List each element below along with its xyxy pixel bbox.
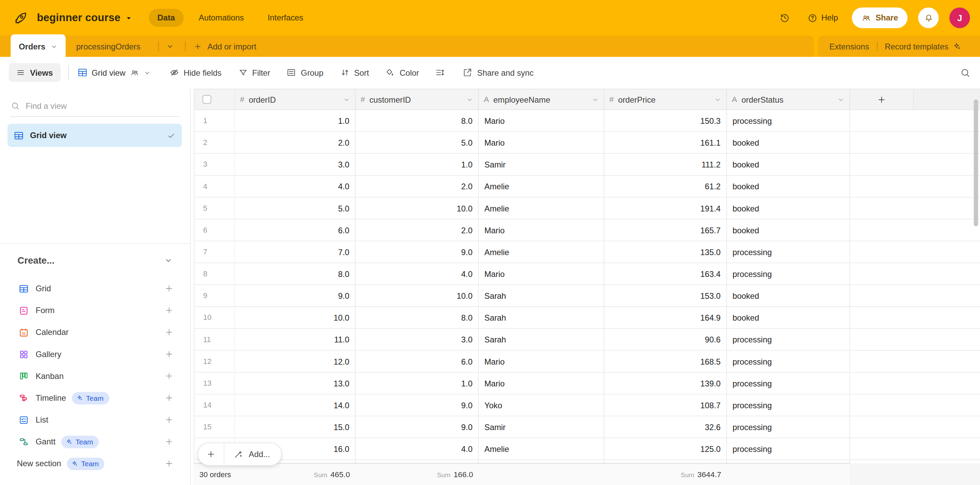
create-item-gallery[interactable]: Gallery [0,343,190,365]
cell-orderid[interactable]: 11.0 [235,329,356,350]
cell-orderid[interactable]: 3.0 [235,154,356,175]
cell-orderprice[interactable]: 164.9 [604,307,727,328]
cell-employeename[interactable]: Sarah [479,285,604,306]
cell-orderid[interactable]: 12.0 [235,351,356,372]
cell-employeename[interactable]: Samir [479,417,604,437]
row-number[interactable]: 11 [194,329,235,350]
plus-icon[interactable] [164,371,173,381]
cell-customerid[interactable]: 9.0 [356,242,479,262]
row-number[interactable]: 14 [194,394,235,416]
summary-customerid-cell[interactable]: Sum 166.0 [356,470,479,479]
cell-employeename[interactable]: Mario [479,219,604,240]
cell-orderid[interactable]: 8.0 [235,263,356,285]
orderid-sum[interactable]: 465.0 [331,470,350,479]
cell-orderprice[interactable]: 32.6 [604,417,727,437]
cell-customerid[interactable]: 10.0 [356,285,479,306]
add-or-import-button[interactable]: Add or import [194,35,256,57]
cell-employeename[interactable]: Amelie [479,197,604,219]
cell-employeename[interactable]: Yoko [479,394,604,416]
cell-employeename[interactable]: Samir [479,154,604,175]
cell-customerid[interactable]: 2.0 [356,176,479,197]
chevron-down-icon[interactable] [714,96,721,103]
filter-button[interactable]: Filter [238,68,270,78]
chevron-down-icon[interactable] [592,96,599,103]
cell-orderid[interactable]: 7.0 [235,242,356,262]
cell-orderid[interactable]: 13.0 [235,372,356,394]
cell-employeename[interactable]: Mario [479,263,604,285]
plus-icon[interactable] [164,459,173,468]
chevron-down-icon[interactable] [125,14,132,21]
cell-orderstatus[interactable]: booked [727,176,850,197]
cell-customerid[interactable]: 8.0 [356,110,479,131]
cell-customerid[interactable]: 9.0 [356,417,479,437]
tab-interfaces[interactable]: Interfaces [259,9,312,27]
cell-orderprice[interactable]: 161.1 [604,132,727,153]
cell-orderstatus[interactable]: processing [727,351,850,372]
cell-orderprice[interactable]: 163.4 [604,263,727,285]
cell-orderid[interactable]: 6.0 [235,219,356,240]
table-tab-orders[interactable]: Orders [11,35,65,58]
cell-employeename[interactable]: Amelie [479,176,604,197]
cell-orderstatus[interactable]: processing [727,329,850,350]
create-item-gantt[interactable]: GanttTeam [0,431,190,453]
cell-orderprice[interactable]: 150.3 [604,110,727,131]
cell-orderstatus[interactable]: booked [727,307,850,328]
row-number[interactable]: 12 [194,351,235,372]
cell-orderstatus[interactable]: processing [727,110,850,131]
cell-orderstatus[interactable]: processing [727,417,850,437]
row-number[interactable]: 7 [194,242,235,262]
add-record-button[interactable] [198,444,224,465]
cell-orderprice[interactable]: 90.6 [604,329,727,350]
column-header-orderstatus[interactable]: AorderStatus [727,89,850,110]
cell-employeename[interactable]: Mario [479,132,604,153]
history-icon[interactable] [780,13,790,23]
cell-orderprice[interactable]: 111.2 [604,154,727,175]
tab-automations[interactable]: Automations [190,9,253,27]
ai-add-button[interactable]: Add... [224,444,281,465]
cell-customerid[interactable]: 8.0 [356,307,479,328]
cell-orderstatus[interactable]: booked [727,197,850,219]
tab-data[interactable]: Data [149,9,184,27]
plus-icon[interactable] [164,350,173,359]
plus-icon[interactable] [164,328,173,337]
table-tab-processing-orders[interactable]: processingOrders [70,35,146,57]
notifications-button[interactable] [918,8,939,28]
cell-customerid[interactable]: 6.0 [356,351,479,372]
add-field-button[interactable] [850,89,914,110]
help-button[interactable]: Help [807,13,838,23]
column-header-employeename[interactable]: AemployeeName [479,89,604,110]
chevron-down-icon[interactable] [466,96,473,103]
row-number[interactable]: 2 [194,132,235,153]
cell-orderstatus[interactable]: processing [727,372,850,394]
hide-fields-button[interactable]: Hide fields [169,68,221,78]
row-number[interactable]: 6 [194,219,235,240]
cell-orderid[interactable]: 1.0 [235,110,356,131]
row-height-button[interactable] [436,68,445,78]
create-item-calendar[interactable]: 31Calendar [0,321,190,343]
create-item-new-section[interactable]: New sectionTeam [0,453,190,474]
chevron-down-icon[interactable] [837,96,844,103]
cell-employeename[interactable]: Mario [479,110,604,131]
cell-customerid[interactable]: 1.0 [356,372,479,394]
cell-orderid[interactable]: 10.0 [235,307,356,328]
cell-customerid[interactable]: 3.0 [356,329,479,350]
column-header-customerid[interactable]: #customerID [356,89,479,110]
plus-icon[interactable] [164,305,173,315]
create-item-timeline[interactable]: TimelineTeam [0,387,190,409]
cell-employeename[interactable]: Mario [479,351,604,372]
table-list-chevron-icon[interactable] [166,43,174,50]
cell-orderprice[interactable]: 139.0 [604,372,727,394]
plus-icon[interactable] [164,437,173,446]
plus-icon[interactable] [164,415,173,424]
cell-orderprice[interactable]: 191.4 [604,197,727,219]
cell-orderstatus[interactable]: booked [727,132,850,153]
extensions-button[interactable]: Extensions [823,41,877,51]
sidebar-view-grid-view[interactable]: Grid view [8,124,182,147]
row-number[interactable]: 8 [194,263,235,285]
cell-orderprice[interactable]: 125.0 [604,438,727,460]
cell-orderstatus[interactable]: processing [727,394,850,416]
cell-orderprice[interactable]: 108.7 [604,394,727,416]
cell-orderstatus[interactable]: processing [727,242,850,262]
views-button[interactable]: Views [9,63,60,82]
cell-employeename[interactable]: Amelie [479,242,604,262]
